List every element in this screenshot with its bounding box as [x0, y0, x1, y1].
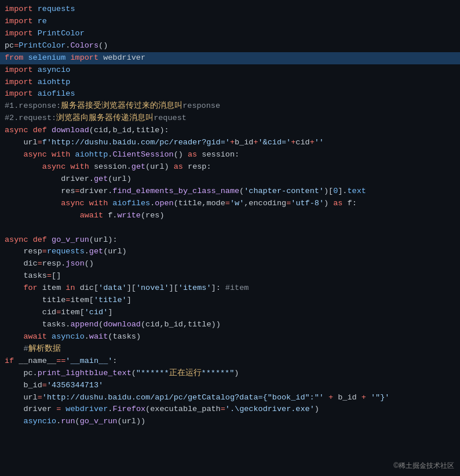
code-line-15: driver.get(url) [0, 173, 460, 186]
code-line-29: #解析数据 [0, 343, 460, 355]
code-line-25: title=item['title'] [0, 295, 460, 307]
code-line-19 [0, 222, 460, 234]
code-line-31: pc.print_lightblue_text("******正在运行*****… [0, 368, 460, 380]
code-line-18: await f.write(res) [0, 210, 460, 222]
code-line-24: for item in dic['data']['novel']['items'… [0, 282, 460, 295]
code-line-28: await asyncio.wait(tasks) [0, 331, 460, 343]
code-line-8: import aiofiles [0, 88, 460, 100]
code-line-34: driver = webdriver.Firefox(executable_pa… [0, 404, 460, 416]
code-line-16: res=driver.find_elements_by_class_name('… [0, 186, 460, 198]
code-line-21: resp=requests.get(url) [0, 246, 460, 258]
code-line-2: import re [0, 16, 460, 28]
code-line-11: async def download(cid,b_id,title): [0, 125, 460, 137]
code-line-12: url=f'http://dushu.baidu.com/pc/reader?g… [0, 137, 460, 149]
code-line-1: import requests [0, 3, 460, 16]
code-line-17: async with aiofiles.open(title,mode='w',… [0, 198, 460, 210]
code-line-9: #1.response:服务器接受浏览器传过来的消息叫response [0, 100, 460, 112]
code-line-4: pc=PrintColor.Colors() [0, 40, 460, 52]
code-line-14: async with session.get(url) as resp: [0, 161, 460, 173]
code-line-5: from selenium import webdriver [0, 52, 460, 64]
code-line-27: tasks.append(download(cid,b_id,title)) [0, 319, 460, 331]
code-line-32: b_id='4356344713' [0, 380, 460, 392]
code-line-13: async with aiohttp.ClientSession() as se… [0, 149, 460, 161]
code-line-22: dic=resp.json() [0, 258, 460, 270]
code-line-20: async def go_v_run(url): [0, 234, 460, 246]
code-line-30: if __name__=='__main__': [0, 355, 460, 368]
code-line-6: import asyncio [0, 64, 460, 77]
code-block: import requests import re import PrintCo… [0, 0, 460, 431]
code-line-7: import aiohttp [0, 77, 460, 89]
code-line-3: import PrintColor [0, 28, 460, 40]
code-line-10: #2.request:浏览器向服务器传递消息叫request [0, 112, 460, 125]
code-line-33: url='http://dushu.baidu.com/api/pc/getCa… [0, 392, 460, 404]
code-line-23: tasks=[] [0, 270, 460, 282]
code-line-26: cid=item['cid'] [0, 307, 460, 319]
watermark: ©稀土掘金技术社区 [393, 460, 454, 471]
code-line-35: asyncio.run(go_v_run(url)) [0, 416, 460, 428]
